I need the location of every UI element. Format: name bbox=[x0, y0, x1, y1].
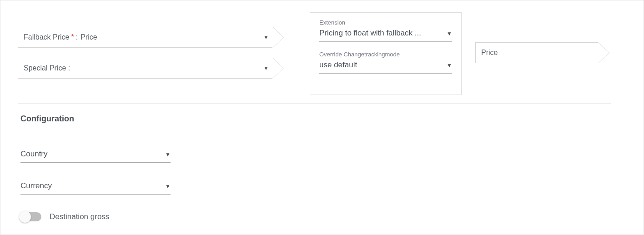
chevron-down-icon: ▼ bbox=[447, 62, 452, 69]
price-display[interactable]: Price bbox=[475, 42, 598, 63]
chevron-down-icon: ▼ bbox=[165, 183, 171, 190]
country-label: Country bbox=[20, 150, 48, 158]
currency-label: Currency bbox=[20, 181, 52, 190]
section-divider bbox=[18, 103, 611, 104]
destination-gross-toggle[interactable] bbox=[20, 212, 41, 221]
extension-label: Extension bbox=[319, 19, 452, 26]
extension-select[interactable]: Pricing to float with fallback ... ▼ bbox=[319, 28, 452, 42]
special-price-label: Special Price : bbox=[24, 64, 70, 72]
config-page-frame: Fallback Price * : Price ▼ Special Price… bbox=[0, 0, 644, 235]
chevron-down-icon: ▼ bbox=[263, 34, 269, 40]
currency-select[interactable]: Currency ▼ bbox=[20, 180, 171, 195]
price-display-label: Price bbox=[481, 49, 498, 57]
override-label: Override Changetrackingmode bbox=[319, 51, 452, 58]
extension-value: Pricing to float with fallback ... bbox=[319, 29, 421, 37]
fallback-price-value: Price bbox=[80, 33, 97, 41]
destination-gross-label: Destination gross bbox=[50, 212, 109, 221]
country-select[interactable]: Country ▼ bbox=[20, 149, 171, 163]
special-price-select[interactable]: Special Price : ▼ bbox=[18, 58, 272, 79]
chevron-down-icon: ▼ bbox=[447, 30, 452, 37]
override-select[interactable]: use default ▼ bbox=[319, 60, 452, 74]
extension-panel: Extension Pricing to float with fallback… bbox=[310, 12, 462, 95]
override-value: use default bbox=[319, 60, 357, 69]
configuration-heading: Configuration bbox=[20, 114, 74, 124]
required-marker: * bbox=[71, 33, 74, 41]
label-separator: : bbox=[76, 33, 78, 41]
toggle-knob bbox=[19, 211, 31, 223]
fallback-price-select[interactable]: Fallback Price * : Price ▼ bbox=[18, 27, 272, 48]
destination-gross-row: Destination gross bbox=[20, 212, 109, 221]
fallback-price-label: Fallback Price bbox=[24, 33, 69, 41]
chevron-down-icon: ▼ bbox=[165, 151, 171, 158]
chevron-down-icon: ▼ bbox=[263, 65, 269, 71]
